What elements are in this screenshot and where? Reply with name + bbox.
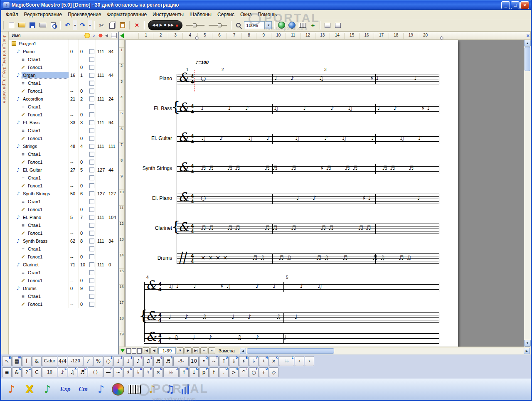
- track-row[interactable]: Голос1 -- 0: [9, 111, 118, 118]
- track-checkbox[interactable]: [88, 55, 96, 63]
- track-row[interactable]: Piano 0 0 111 84: [9, 47, 118, 55]
- track-row[interactable]: Стан1: [9, 174, 118, 182]
- horizontal-scrollbar[interactable]: ◀ ▶: [240, 348, 530, 354]
- track-name[interactable]: Голос1: [27, 278, 69, 283]
- notes-icon[interactable]: ♫: [163, 382, 177, 396]
- palette-button[interactable]: C-dur: [42, 356, 57, 366]
- sun-icon[interactable]: [84, 33, 90, 38]
- palette-button[interactable]: ♯ G: [123, 367, 133, 377]
- previous-measure-button[interactable]: ◀: [150, 347, 158, 354]
- palette-button[interactable]: . O: [219, 367, 229, 377]
- menu-item[interactable]: Инструменты: [150, 10, 187, 19]
- track-checkbox[interactable]: [88, 174, 96, 182]
- track-name[interactable]: Голос1: [27, 64, 69, 70]
- note-gold-icon[interactable]: ♪: [145, 382, 159, 396]
- track-checkbox[interactable]: [88, 150, 96, 158]
- palette-button[interactable]: > R: [229, 367, 239, 377]
- ruler-left-arrow-icon[interactable]: [120, 33, 124, 38]
- track-row[interactable]: Голос1 -- 0: [9, 205, 118, 213]
- track-name[interactable]: El. Bass: [22, 120, 69, 125]
- export-icon[interactable]: Exp: [58, 382, 72, 396]
- track-name[interactable]: Голос1: [27, 135, 69, 141]
- track-name[interactable]: Стан1: [27, 293, 69, 299]
- palette-button[interactable]: ⁄: [84, 356, 93, 366]
- palette-button[interactable]: ↑ M: [179, 367, 189, 377]
- track-name[interactable]: Голос1: [27, 230, 69, 236]
- redo-button[interactable]: ↷: [78, 20, 87, 30]
- track-checkbox[interactable]: [88, 182, 96, 189]
- menu-item[interactable]: Сервис: [214, 10, 237, 19]
- track-row[interactable]: Голос1 -- 0: [9, 87, 118, 95]
- palette-button[interactable]: ♭ B: [133, 367, 143, 377]
- palette-button[interactable]: ○ Y: [249, 367, 259, 377]
- track-checkbox[interactable]: [88, 205, 96, 213]
- palette-button[interactable]: — F: [103, 367, 113, 377]
- track-name[interactable]: Стан1: [27, 151, 69, 157]
- palette-button[interactable]: ‹: [295, 356, 304, 366]
- track-name[interactable]: Стан1: [27, 80, 69, 86]
- staff[interactable]: & 44 ♭♫ ♩ ♪ ♫ ♪ ♩: [144, 333, 439, 344]
- palette-button[interactable]: 4/4: [58, 356, 67, 366]
- track-name[interactable]: Голос1: [27, 254, 69, 260]
- palette-button[interactable]: ›: [305, 356, 314, 366]
- web-button[interactable]: [277, 20, 286, 30]
- playback-button[interactable]: ■: [164, 23, 166, 27]
- track-checkbox[interactable]: [88, 261, 96, 268]
- palette-button[interactable]: + U: [259, 367, 268, 377]
- palette-button[interactable]: &: [32, 356, 42, 366]
- measure-range-select[interactable]: 1-39: [158, 347, 176, 354]
- track-checkbox[interactable]: [88, 111, 96, 118]
- track-row[interactable]: Голос1 -- 0: [9, 300, 118, 308]
- track-row[interactable]: Голос1 -- 0: [9, 276, 118, 284]
- scroll-up-icon[interactable]: ▲: [524, 40, 531, 47]
- palette-button[interactable]: -3-: [173, 356, 189, 366]
- list-view-button[interactable]: [333, 20, 342, 30]
- track-row[interactable]: Стан1: [9, 221, 118, 229]
- palette-button[interactable]: ♬ 6: [153, 356, 163, 366]
- track-checkbox[interactable]: [88, 229, 96, 237]
- maximize-button[interactable]: □: [511, 1, 520, 9]
- palette-button[interactable]: 10: [189, 356, 199, 366]
- volume-slider-thumb[interactable]: [193, 23, 197, 27]
- track-row[interactable]: Стан1: [9, 103, 118, 111]
- last-measure-button[interactable]: ▶|: [192, 347, 200, 354]
- minimize-button[interactable]: _: [501, 1, 510, 9]
- track-name[interactable]: Раздел1: [18, 41, 69, 47]
- track-name[interactable]: Strings: [22, 143, 69, 149]
- palette-button[interactable]: f: [209, 367, 219, 377]
- palette-button[interactable]: ♬ D: [78, 367, 87, 377]
- track-checkbox[interactable]: [88, 95, 96, 103]
- track-row[interactable]: Стан1: [9, 55, 118, 63]
- palette-button[interactable]: ♪ 4: [133, 356, 143, 366]
- track-row[interactable]: Стан1: [9, 150, 118, 158]
- redo-dropdown[interactable]: ▼: [88, 20, 92, 30]
- menu-item[interactable]: Форматирование: [104, 10, 150, 19]
- track-checkbox[interactable]: [88, 166, 96, 174]
- save-button[interactable]: [27, 20, 37, 30]
- track-name[interactable]: El. Piano: [22, 214, 69, 220]
- track-name[interactable]: Стан1: [27, 104, 69, 110]
- virtual-keyboard-button[interactable]: [298, 20, 307, 30]
- palette-button[interactable]: -120: [68, 356, 83, 366]
- track-checkbox[interactable]: [88, 39, 96, 47]
- tempo-slider-thumb[interactable]: [218, 23, 222, 27]
- track-name[interactable]: Synth Strings: [22, 191, 69, 197]
- track-row[interactable]: Голос1 -- 0: [9, 182, 118, 189]
- track-name[interactable]: Стан1: [27, 128, 69, 133]
- track-name[interactable]: Стан1: [27, 222, 69, 228]
- palette-button[interactable]: ♮ H: [143, 367, 153, 377]
- track-checkbox[interactable]: [88, 142, 96, 150]
- scroll-down-icon[interactable]: ▼: [524, 340, 531, 347]
- menu-item[interactable]: Произведение: [65, 10, 104, 19]
- track-row[interactable]: Strings 48 4 111 111: [9, 142, 118, 150]
- track-row[interactable]: Organ 16 1 111 44: [9, 71, 118, 79]
- palette-button[interactable]: 10: [42, 367, 57, 377]
- palette-button[interactable]: ~ T: [209, 356, 219, 366]
- page-view-icon[interactable]: [126, 348, 131, 354]
- track-checkbox[interactable]: [88, 197, 96, 205]
- palette-button[interactable]: ♫ X: [68, 367, 77, 377]
- track-row[interactable]: Стан1: [9, 245, 118, 253]
- track-checkbox[interactable]: [88, 253, 96, 261]
- staff[interactable]: { & 44 ♩ ♪ ♫ ♩ ♪ ♫ ♩: [144, 312, 439, 323]
- palette-button[interactable]: ♪ S: [58, 367, 67, 377]
